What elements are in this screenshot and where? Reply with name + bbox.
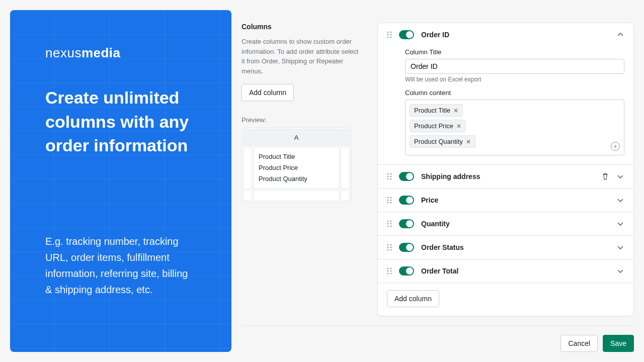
svg-point-8 bbox=[387, 176, 389, 177]
chevron-down-icon[interactable] bbox=[616, 243, 624, 251]
drag-handle-icon[interactable] bbox=[387, 267, 392, 275]
column-row[interactable]: Shipping address bbox=[378, 164, 633, 188]
chevron-down-icon[interactable] bbox=[616, 172, 624, 180]
content-tag[interactable]: Product Price✕ bbox=[410, 120, 466, 132]
promo-card: nexusmedia Create unlimited columns with… bbox=[10, 10, 231, 352]
column-name: Shipping address bbox=[421, 172, 594, 180]
enable-toggle[interactable] bbox=[399, 243, 414, 252]
svg-point-30 bbox=[387, 268, 389, 269]
svg-point-32 bbox=[387, 270, 389, 272]
svg-point-13 bbox=[390, 197, 392, 199]
svg-point-2 bbox=[387, 34, 389, 36]
brand-logo: nexusmedia bbox=[45, 45, 196, 61]
trash-icon[interactable] bbox=[601, 172, 609, 180]
column-title-hint: Will be used on Excel export bbox=[405, 76, 624, 83]
svg-point-25 bbox=[390, 244, 392, 246]
column-name: Quantity bbox=[421, 220, 609, 228]
drag-handle-icon[interactable] bbox=[387, 220, 392, 227]
svg-point-15 bbox=[390, 200, 392, 201]
svg-point-4 bbox=[387, 37, 389, 38]
svg-point-0 bbox=[387, 32, 389, 33]
svg-point-3 bbox=[390, 34, 392, 36]
promo-subtext: E.g. tracking number, tracking URL, orde… bbox=[45, 233, 196, 298]
svg-point-26 bbox=[387, 247, 389, 248]
svg-point-5 bbox=[390, 37, 392, 38]
column-row[interactable]: Order Status bbox=[378, 235, 633, 259]
chevron-up-icon[interactable] bbox=[616, 31, 624, 39]
svg-point-16 bbox=[387, 202, 389, 204]
chevron-down-icon[interactable] bbox=[616, 267, 624, 275]
svg-point-23 bbox=[390, 226, 392, 227]
column-title-label: Column Title bbox=[405, 48, 624, 56]
column-name: Price bbox=[421, 196, 609, 204]
column-name: Order Status bbox=[421, 243, 609, 251]
remove-tag-icon[interactable]: ✕ bbox=[466, 138, 471, 145]
column-title-input[interactable] bbox=[405, 59, 624, 74]
svg-point-21 bbox=[390, 223, 392, 225]
preview-col-header: A bbox=[253, 129, 340, 146]
svg-point-7 bbox=[390, 173, 392, 175]
column-editor: Column Title Will be used on Excel expor… bbox=[378, 48, 633, 164]
drag-handle-icon[interactable] bbox=[387, 31, 392, 38]
svg-point-20 bbox=[387, 223, 389, 225]
drag-handle-icon[interactable] bbox=[387, 244, 392, 251]
enable-toggle[interactable] bbox=[399, 172, 414, 181]
column-name: Order Total bbox=[421, 267, 609, 275]
content-tag[interactable]: Product Quantity✕ bbox=[410, 135, 475, 148]
promo-headline: Create unlimited columns with any order … bbox=[45, 86, 196, 158]
columns-panel: Order ID Column Title Will be used on Ex… bbox=[377, 23, 634, 316]
column-content-label: Column content bbox=[405, 89, 624, 97]
columns-subtitle: Create columns to show custom order info… bbox=[242, 37, 362, 76]
add-column-button-bottom[interactable]: Add column bbox=[387, 290, 439, 307]
preview-table: A Product Title Product Price Product Qu… bbox=[242, 128, 351, 203]
svg-point-31 bbox=[390, 268, 392, 269]
content-tag[interactable]: Product Title✕ bbox=[410, 104, 463, 117]
svg-point-27 bbox=[390, 247, 392, 248]
svg-point-9 bbox=[390, 176, 392, 177]
svg-point-14 bbox=[387, 200, 389, 201]
column-row[interactable]: Price bbox=[378, 188, 633, 212]
page-footer: Cancel Save bbox=[242, 325, 634, 352]
add-column-button-top[interactable]: Add column bbox=[242, 84, 294, 101]
columns-title: Columns bbox=[242, 23, 362, 31]
chevron-down-icon[interactable] bbox=[616, 196, 624, 204]
svg-point-19 bbox=[390, 221, 392, 222]
svg-point-34 bbox=[387, 273, 389, 275]
svg-point-29 bbox=[390, 249, 392, 251]
svg-point-1 bbox=[390, 32, 392, 33]
svg-point-33 bbox=[390, 270, 392, 272]
column-name: Order ID bbox=[421, 31, 609, 39]
svg-point-28 bbox=[387, 249, 389, 251]
svg-point-24 bbox=[387, 244, 389, 246]
column-row[interactable]: Order ID bbox=[378, 23, 633, 46]
enable-toggle[interactable] bbox=[399, 196, 414, 205]
drag-handle-icon[interactable] bbox=[387, 173, 392, 180]
add-content-icon[interactable]: + bbox=[611, 142, 620, 151]
cancel-button[interactable]: Cancel bbox=[560, 335, 598, 352]
column-row[interactable]: Quantity bbox=[378, 212, 633, 235]
chevron-down-icon[interactable] bbox=[616, 220, 624, 228]
svg-point-18 bbox=[387, 221, 389, 222]
svg-point-10 bbox=[387, 178, 389, 180]
svg-point-11 bbox=[390, 178, 392, 180]
svg-point-12 bbox=[387, 197, 389, 199]
drag-handle-icon[interactable] bbox=[387, 197, 392, 204]
preview-label: Preview: bbox=[242, 116, 362, 124]
remove-tag-icon[interactable]: ✕ bbox=[453, 107, 458, 114]
column-content-box[interactable]: Product Title✕ Product Price✕ Product Qu… bbox=[405, 100, 624, 155]
enable-toggle[interactable] bbox=[399, 219, 414, 228]
save-button[interactable]: Save bbox=[603, 335, 634, 352]
enable-toggle[interactable] bbox=[399, 30, 414, 39]
column-row[interactable]: Order Total bbox=[378, 259, 633, 283]
remove-tag-icon[interactable]: ✕ bbox=[456, 123, 461, 130]
svg-point-35 bbox=[390, 273, 392, 275]
enable-toggle[interactable] bbox=[399, 266, 414, 276]
svg-point-6 bbox=[387, 173, 389, 175]
svg-point-17 bbox=[390, 202, 392, 204]
preview-cell: Product Title Product Price Product Quan… bbox=[253, 147, 340, 189]
svg-point-22 bbox=[387, 226, 389, 227]
